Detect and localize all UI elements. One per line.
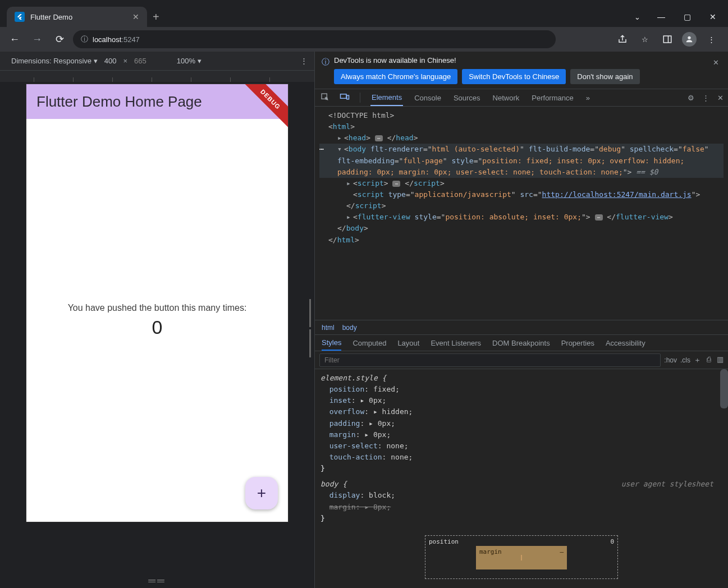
devtools-tabs: Elements Console Sources Network Perform… (315, 89, 728, 107)
tab-console[interactable]: Console (413, 89, 442, 106)
elements-breadcrumb: html body (315, 320, 728, 334)
crumb-html[interactable]: html (322, 324, 335, 332)
close-icon[interactable]: ✕ (717, 94, 724, 102)
more-icon[interactable]: ⋮ (702, 94, 709, 102)
url-host: localhost (93, 35, 121, 44)
viewport-width[interactable]: 400 (104, 57, 117, 65)
window-titlebar: Flutter Demo ✕ + ⌄ — ▢ ✕ (0, 0, 728, 27)
tab-elements[interactable]: Elements (370, 89, 403, 106)
devtools-notice: ⓘ DevTools is now available in Chinese! … (315, 52, 728, 89)
tabs-more[interactable]: » (585, 89, 591, 106)
svg-point-2 (688, 36, 690, 39)
tab-event-listeners[interactable]: Event Listeners (431, 335, 481, 351)
side-panel-icon[interactable] (660, 31, 675, 47)
profile-avatar[interactable] (682, 32, 697, 47)
tab-layout[interactable]: Layout (397, 335, 419, 351)
switch-language-button[interactable]: Switch DevTools to Chinese (462, 69, 566, 84)
device-pane: Dimensions: Responsive ▾ 400 × 665 100% … (0, 52, 314, 588)
device-mode-icon[interactable] (340, 93, 350, 103)
fab-add-button[interactable]: + (245, 477, 278, 509)
info-icon: ⓘ (322, 57, 329, 67)
dont-show-button[interactable]: Don't show again (570, 69, 639, 84)
box-model: position 0 margin – (320, 524, 722, 579)
ruler (0, 71, 314, 82)
element-style-rule: element.style { (320, 373, 722, 384)
svg-rect-4 (341, 94, 347, 98)
hov-toggle[interactable]: :hov (664, 356, 677, 364)
minimize-button[interactable]: — (648, 7, 674, 27)
url-port: :5247 (121, 35, 140, 44)
device-toolbar: Dimensions: Responsive ▾ 400 × 665 100% … (0, 52, 314, 71)
counter-message: You have pushed the button this many tim… (68, 303, 247, 313)
tab-dom-breakpoints[interactable]: DOM Breakpoints (492, 335, 550, 351)
devtools-pane: ⓘ DevTools is now available in Chinese! … (314, 52, 728, 588)
dimensions-dropdown[interactable]: Dimensions: Responsive ▾ (11, 57, 98, 65)
styles-tabs: Styles Computed Layout Event Listeners D… (315, 334, 728, 351)
crumb-body[interactable]: body (342, 324, 357, 332)
more-icon[interactable]: ⋮ (300, 57, 308, 65)
panel-icon[interactable]: ▥ (717, 355, 724, 365)
cls-toggle[interactable]: .cls (680, 356, 690, 364)
appbar-title: Flutter Demo Home Page (36, 93, 202, 111)
drag-indicator[interactable]: ══ (0, 574, 314, 588)
tab-network[interactable]: Network (492, 89, 521, 106)
browser-tab-active[interactable]: Flutter Demo ✕ (7, 7, 147, 27)
new-tab-button[interactable]: + (153, 11, 159, 24)
svg-rect-5 (347, 95, 349, 99)
counter-value: 0 (152, 316, 163, 338)
close-icon[interactable]: ✕ (132, 12, 139, 21)
resize-handle[interactable] (309, 299, 311, 357)
reload-button[interactable]: ⟳ (51, 30, 68, 48)
filter-input[interactable] (319, 353, 661, 367)
flutter-icon (15, 12, 25, 22)
menu-icon[interactable]: ⋮ (703, 31, 719, 47)
tab-sources[interactable]: Sources (452, 89, 482, 106)
tab-accessibility[interactable]: Accessibility (606, 335, 645, 351)
styles-filter-row: :hov .cls ＋ ⎙ ▥ (315, 351, 728, 369)
tab-performance[interactable]: Performance (530, 89, 574, 106)
tab-properties[interactable]: Properties (561, 335, 594, 351)
tab-styles[interactable]: Styles (322, 335, 341, 351)
dimension-x: × (123, 57, 127, 65)
ua-label: user agent stylesheet (621, 479, 713, 490)
elements-tree[interactable]: <!DOCTYPE html> <html> ▸<head> ⋯ </head>… (315, 107, 728, 320)
simulated-viewport[interactable]: Flutter Demo Home Page DEBUG You have pu… (26, 84, 288, 522)
doctype: <!DOCTYPE html> (319, 110, 724, 121)
svg-rect-0 (663, 36, 671, 43)
bookmark-icon[interactable]: ☆ (637, 31, 653, 47)
forward-button[interactable]: → (28, 30, 46, 48)
zoom-dropdown[interactable]: 100% ▾ (177, 57, 202, 65)
gear-icon[interactable]: ⚙ (688, 94, 694, 102)
flutter-appbar: Flutter Demo Home Page (26, 84, 288, 119)
styles-body[interactable]: element.style { position: fixed; inset: … (315, 369, 728, 588)
plus-icon[interactable]: ＋ (694, 355, 701, 365)
scrollbar[interactable] (720, 369, 728, 408)
tab-title: Flutter Demo (30, 13, 127, 21)
viewport-height[interactable]: 665 (134, 57, 146, 65)
browser-tabs: Flutter Demo ✕ + (0, 7, 159, 27)
info-icon: ⓘ (81, 34, 88, 44)
body-rule: body { (320, 480, 347, 488)
tab-computed[interactable]: Computed (352, 335, 386, 351)
inspect-icon[interactable] (320, 93, 329, 103)
back-button[interactable]: ← (6, 30, 24, 48)
close-button[interactable]: ✕ (700, 7, 726, 27)
match-language-button[interactable]: Always match Chrome's language (334, 69, 457, 84)
share-icon[interactable] (615, 31, 630, 47)
address-bar: ← → ⟳ ⓘ localhost:5247 ☆ ⋮ (0, 27, 728, 52)
close-icon[interactable]: ✕ (711, 56, 721, 69)
app-body: You have pushed the button this many tim… (26, 119, 288, 522)
notice-text: DevTools is now available in Chinese! (334, 56, 706, 65)
print-icon[interactable]: ⎙ (707, 355, 711, 365)
chevron-down-icon[interactable]: ⌄ (626, 7, 648, 27)
maximize-button[interactable]: ▢ (674, 7, 700, 27)
window-controls: ⌄ — ▢ ✕ (626, 7, 726, 27)
omnibox[interactable]: ⓘ localhost:5247 (73, 30, 556, 48)
